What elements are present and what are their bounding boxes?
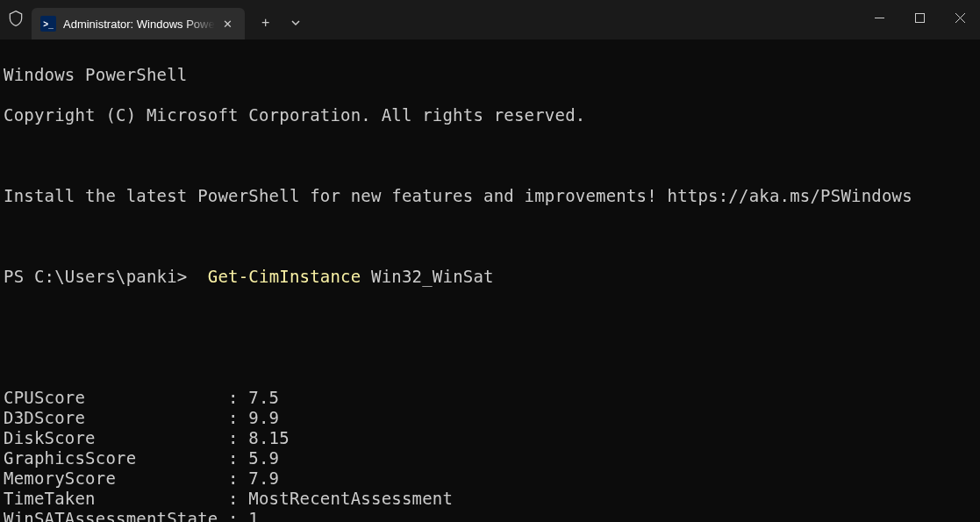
new-tab-button[interactable]: + — [252, 9, 280, 37]
prompt: PS C:\Users\panki> — [4, 267, 188, 286]
window-controls — [859, 0, 980, 35]
terminal-output[interactable]: Windows PowerShell Copyright (C) Microso… — [0, 39, 980, 522]
close-window-button[interactable] — [940, 0, 980, 35]
result-row: D3DScore : 9.9 — [4, 408, 976, 428]
results-block: CPUScore : 7.5D3DScore : 9.9DiskScore : … — [4, 388, 976, 522]
powershell-icon: >_ — [40, 16, 56, 32]
result-row: MemoryScore : 7.9 — [4, 468, 976, 489]
output-line: Windows PowerShell — [4, 65, 976, 85]
svg-rect-0 — [915, 13, 924, 22]
chevron-down-icon — [290, 18, 301, 28]
result-row: DiskScore : 8.15 — [4, 428, 976, 448]
tab-dropdown-button[interactable] — [282, 9, 310, 37]
output-line: Install the latest PowerShell for new fe… — [4, 186, 976, 206]
titlebar: >_ Administrator: Windows Powe ✕ + — [0, 0, 980, 39]
command-line: PS C:\Users\panki> Get-CimInstance Win32… — [4, 267, 976, 287]
tab-powershell[interactable]: >_ Administrator: Windows Powe ✕ — [32, 8, 245, 39]
minimize-icon — [875, 13, 884, 23]
blank-line — [4, 226, 976, 247]
close-tab-button[interactable]: ✕ — [220, 16, 236, 32]
result-row: CPUScore : 7.5 — [4, 388, 976, 408]
cmdlet: Get-CimInstance — [208, 267, 361, 286]
minimize-button[interactable] — [859, 0, 899, 35]
result-row: TimeTaken : MostRecentAssessment — [4, 489, 976, 509]
blank-line — [4, 347, 976, 368]
cmd-argument: Win32_WinSat — [371, 267, 494, 286]
close-icon — [955, 13, 965, 23]
output-line: Copyright (C) Microsoft Corporation. All… — [4, 105, 976, 125]
tab-title: Administrator: Windows Powe — [63, 18, 215, 31]
result-row: WinSATAssessmentState : 1 — [4, 509, 976, 522]
maximize-icon — [915, 13, 925, 23]
blank-line — [4, 146, 976, 166]
result-row: GraphicsScore : 5.9 — [4, 448, 976, 468]
shield-icon — [0, 10, 32, 31]
maximize-button[interactable] — [899, 0, 940, 35]
blank-line — [4, 307, 976, 327]
